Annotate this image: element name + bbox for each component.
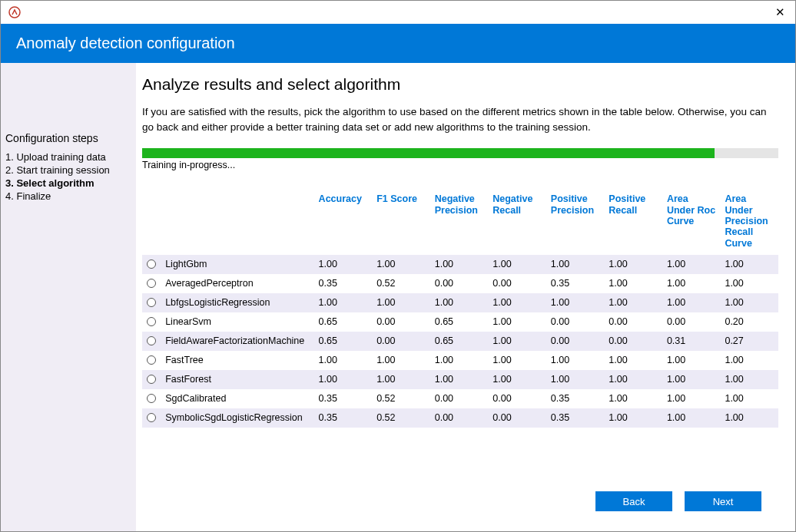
next-button[interactable]: Next bbox=[685, 491, 761, 511]
sidebar-step-4[interactable]: 4. Finalize bbox=[5, 190, 136, 203]
row-radio-cell bbox=[142, 389, 161, 408]
back-button[interactable]: Back bbox=[595, 491, 672, 511]
metric-cell: 1.00 bbox=[314, 370, 373, 389]
row-radio-cell bbox=[142, 370, 161, 389]
metric-cell: 1.00 bbox=[430, 370, 489, 389]
col-header[interactable]: Accuracy bbox=[314, 193, 373, 255]
col-header[interactable]: F1 Score bbox=[372, 193, 430, 255]
metric-cell: 0.00 bbox=[430, 389, 489, 408]
algorithm-name: LightGbm bbox=[161, 255, 313, 274]
metric-cell: 0.00 bbox=[604, 332, 662, 351]
metric-cell: 1.00 bbox=[720, 274, 778, 293]
algorithm-radio[interactable] bbox=[147, 279, 156, 288]
metric-cell: 0.52 bbox=[372, 408, 430, 428]
algorithm-radio[interactable] bbox=[147, 298, 156, 307]
metric-cell: 0.00 bbox=[488, 274, 546, 293]
algorithm-radio[interactable] bbox=[147, 355, 156, 365]
col-header[interactable]: Positive Precision bbox=[546, 193, 605, 255]
algorithm-name: FastForest bbox=[161, 370, 313, 389]
metric-cell: 0.35 bbox=[314, 408, 373, 428]
metric-cell: 0.00 bbox=[430, 274, 489, 293]
metric-cell: 1.00 bbox=[604, 293, 662, 312]
table-row: LightGbm1.001.001.001.001.001.001.001.00 bbox=[142, 255, 778, 274]
metric-cell: 1.00 bbox=[314, 351, 373, 370]
algorithm-radio[interactable] bbox=[147, 336, 156, 345]
algorithm-name: LbfgsLogisticRegression bbox=[161, 293, 313, 312]
main: Analyze results and select algorithm If … bbox=[136, 63, 795, 531]
algorithm-radio[interactable] bbox=[147, 317, 156, 326]
metric-cell: 1.00 bbox=[546, 293, 605, 312]
metric-cell: 1.00 bbox=[488, 351, 546, 370]
footer: Back Next bbox=[142, 482, 778, 524]
row-radio-cell bbox=[142, 408, 161, 428]
metric-cell: 1.00 bbox=[430, 255, 489, 274]
metric-cell: 0.65 bbox=[430, 332, 489, 351]
algorithm-radio[interactable] bbox=[147, 259, 156, 269]
progress-label: Training in-progress... bbox=[142, 160, 778, 170]
row-radio-cell bbox=[142, 332, 161, 351]
algorithm-radio[interactable] bbox=[147, 413, 156, 422]
metric-cell: 0.00 bbox=[430, 408, 489, 428]
titlebar: ✕ bbox=[1, 1, 795, 24]
metric-cell: 1.00 bbox=[662, 370, 721, 389]
metric-cell: 0.00 bbox=[546, 312, 605, 332]
metric-cell: 1.00 bbox=[372, 370, 430, 389]
table-row: FastForest1.001.001.001.001.001.001.001.… bbox=[142, 370, 778, 389]
metric-cell: 1.00 bbox=[604, 274, 662, 293]
table-row: FastTree1.001.001.001.001.001.001.001.00 bbox=[142, 351, 778, 370]
metric-cell: 0.52 bbox=[372, 274, 430, 293]
col-header[interactable]: Negative Recall bbox=[488, 193, 546, 255]
metric-cell: 1.00 bbox=[372, 293, 430, 312]
metric-cell: 1.00 bbox=[314, 293, 373, 312]
col-header[interactable]: Area Under Precision Recall Curve bbox=[720, 193, 778, 255]
metric-cell: 1.00 bbox=[372, 255, 430, 274]
algorithm-name: FastTree bbox=[161, 351, 313, 370]
table-row: SgdCalibrated0.350.520.000.000.351.001.0… bbox=[142, 389, 778, 408]
metric-cell: 0.31 bbox=[662, 332, 721, 351]
col-header[interactable]: Area Under Roc Curve bbox=[662, 193, 721, 255]
metric-cell: 1.00 bbox=[604, 351, 662, 370]
algorithm-name: AveragedPerceptron bbox=[161, 274, 313, 293]
metric-cell: 1.00 bbox=[430, 293, 489, 312]
metric-cell: 1.00 bbox=[662, 408, 721, 428]
metric-cell: 1.00 bbox=[720, 351, 778, 370]
algorithm-radio[interactable] bbox=[147, 375, 156, 384]
progress-fill bbox=[142, 148, 715, 158]
metric-cell: 0.35 bbox=[546, 389, 605, 408]
metric-cell: 0.00 bbox=[372, 312, 430, 332]
metric-cell: 1.00 bbox=[546, 255, 605, 274]
progress: Training in-progress... bbox=[142, 148, 778, 170]
algorithm-name: LinearSvm bbox=[161, 312, 313, 332]
metric-cell: 1.00 bbox=[372, 351, 430, 370]
col-header[interactable]: Negative Precision bbox=[430, 193, 489, 255]
metric-cell: 1.00 bbox=[488, 293, 546, 312]
metric-cell: 0.00 bbox=[604, 312, 662, 332]
metric-cell: 0.35 bbox=[546, 274, 605, 293]
metric-cell: 1.00 bbox=[720, 255, 778, 274]
page-title: Analyze results and select algorithm bbox=[142, 75, 778, 94]
metric-cell: 1.00 bbox=[314, 255, 373, 274]
close-button[interactable]: ✕ bbox=[764, 1, 795, 24]
metric-cell: 1.00 bbox=[720, 408, 778, 428]
sidebar: Configuration steps 1. Upload training d… bbox=[1, 63, 136, 531]
table-row: SymbolicSgdLogisticRegression0.350.520.0… bbox=[142, 408, 778, 428]
metric-cell: 1.00 bbox=[662, 389, 721, 408]
metric-cell: 0.65 bbox=[314, 332, 373, 351]
metric-cell: 1.00 bbox=[662, 255, 721, 274]
row-radio-cell bbox=[142, 312, 161, 332]
sidebar-step-2[interactable]: 2. Start training session bbox=[5, 164, 136, 177]
content: Configuration steps 1. Upload training d… bbox=[1, 63, 795, 531]
sidebar-step-1[interactable]: 1. Upload training data bbox=[5, 150, 136, 164]
metric-cell: 0.00 bbox=[662, 312, 721, 332]
metric-cell: 0.35 bbox=[314, 389, 373, 408]
sidebar-title: Configuration steps bbox=[5, 132, 136, 144]
metric-cell: 0.00 bbox=[488, 408, 546, 428]
metric-cell: 1.00 bbox=[604, 370, 662, 389]
svg-point-0 bbox=[9, 7, 20, 18]
col-header[interactable]: Positive Recall bbox=[604, 193, 662, 255]
algorithm-radio[interactable] bbox=[147, 394, 156, 403]
metric-cell: 0.00 bbox=[488, 389, 546, 408]
metric-cell: 1.00 bbox=[604, 389, 662, 408]
metric-cell: 1.00 bbox=[488, 312, 546, 332]
sidebar-step-3[interactable]: 3. Select algorithm bbox=[5, 177, 136, 190]
